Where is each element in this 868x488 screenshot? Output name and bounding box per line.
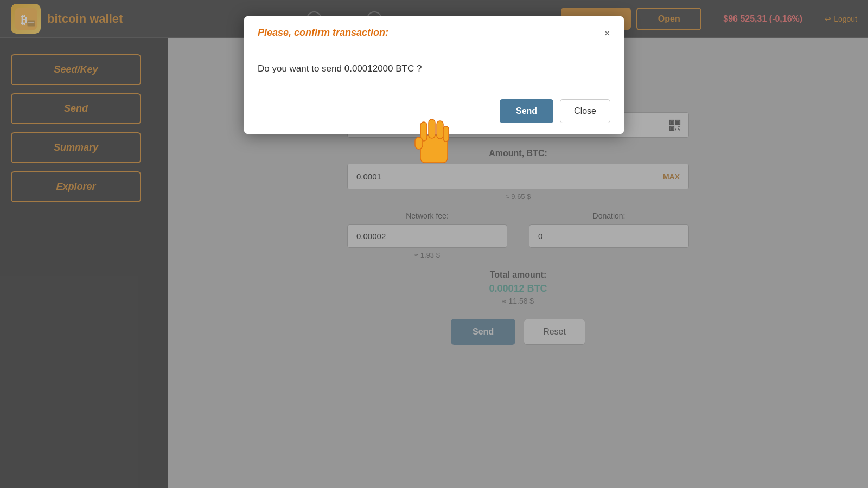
modal-close-button[interactable]: Close	[560, 99, 610, 123]
modal-close-x-button[interactable]: ×	[604, 28, 610, 38]
modal-send-button[interactable]: Send	[500, 99, 553, 123]
svg-rect-19	[415, 137, 423, 149]
modal-title: Please, confirm transaction:	[258, 27, 388, 38]
svg-rect-14	[420, 136, 448, 163]
modal-header: Please, confirm transaction: ×	[244, 16, 624, 47]
modal-overlay: Please, confirm transaction: × Do you wa…	[0, 0, 868, 488]
modal-footer: Send Close	[244, 91, 624, 134]
confirm-transaction-modal: Please, confirm transaction: × Do you wa…	[244, 16, 624, 134]
modal-body-text: Do you want to send 0.00012000 BTC ?	[258, 63, 610, 74]
modal-body: Do you want to send 0.00012000 BTC ?	[244, 47, 624, 91]
